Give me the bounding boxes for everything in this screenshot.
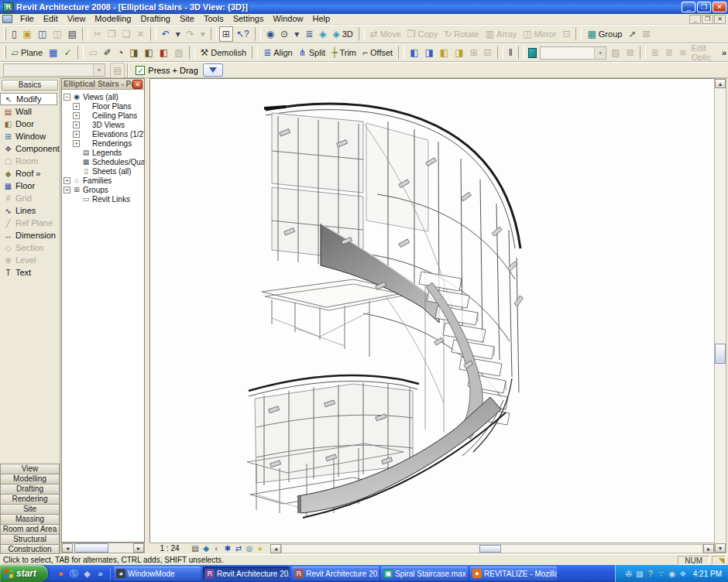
spelling-icon[interactable]: ✓ — [60, 45, 74, 60]
detail-level-icon[interactable]: ▤ — [190, 544, 201, 553]
print-icon[interactable]: ▤ — [65, 26, 80, 42]
join-geometry-icon[interactable]: ◧ — [407, 45, 421, 60]
model-graphics-icon[interactable]: ◆ — [201, 544, 211, 553]
properties-button[interactable]: ▤ — [110, 63, 125, 78]
reveal-hidden-icon[interactable]: ● — [255, 544, 266, 553]
copy-tool-button[interactable]: ❐ Copy — [404, 26, 441, 42]
drawing-area[interactable] — [149, 78, 714, 543]
tree-expander-icon[interactable]: + — [73, 140, 80, 147]
crop-region-icon[interactable]: ✱ — [222, 544, 233, 553]
3d-view-icon[interactable]: ◈ 3D — [330, 26, 356, 42]
save-icon[interactable]: ◫ — [35, 26, 50, 42]
split-face-icon[interactable]: ◨ — [126, 45, 141, 60]
redo-icon[interactable]: ↷ — [184, 26, 197, 42]
list-item[interactable]: ● REVITALIZE - Mozilla ... — [470, 567, 557, 580]
tree-expander-icon[interactable]: + — [73, 131, 80, 138]
sidebar-item-roof[interactable]: ◆ Roof » — [0, 167, 60, 180]
align-button[interactable]: ≣ Align — [260, 45, 296, 60]
tree-revit-links[interactable]: ▭ Revit Links — [62, 194, 144, 204]
mdi-restore-button[interactable]: ❐ — [702, 15, 713, 24]
design-bar-tab[interactable]: Room and Area — [0, 524, 60, 534]
tray-key-icon[interactable]: ✇ — [623, 570, 634, 578]
spot-eye-icon[interactable]: ◉ — [263, 26, 277, 42]
beam-joins-icon[interactable]: ◨ — [452, 45, 466, 60]
tree-expander-icon[interactable]: + — [73, 112, 80, 119]
menu-item[interactable]: Help — [308, 14, 335, 24]
paint-jug-icon[interactable]: ◔ — [115, 45, 126, 60]
context-help-icon[interactable]: ↖? — [233, 26, 252, 42]
design-bar-header[interactable]: Basics — [2, 80, 58, 91]
sidebar-item-floor[interactable]: ▦ Floor — [0, 180, 60, 192]
tray-update-icon[interactable]: ∵ — [656, 570, 667, 578]
grid-snap-icon[interactable]: ▦ — [46, 45, 60, 60]
tray-messenger-icon[interactable]: ❖ — [678, 570, 689, 578]
design-bar-tab[interactable]: View — [0, 464, 60, 474]
design-bar-tab[interactable]: Site — [0, 504, 60, 514]
3d-view-staircase[interactable] — [150, 79, 715, 543]
tray-volume-icon[interactable]: ◉ — [667, 570, 678, 578]
list-item[interactable]: ◕ WindowMode — [114, 567, 201, 580]
sidebar-item-level[interactable]: ⊕ Level — [0, 254, 60, 266]
render-region-dropdown[interactable]: ▾ — [540, 46, 606, 60]
canvas-vscrollbar[interactable]: ▴ ▾ — [714, 78, 726, 553]
design-bar-tab[interactable]: Modelling — [0, 474, 60, 484]
view-scale-button[interactable]: 1 : 24 — [149, 544, 190, 553]
tree-expander-icon[interactable] — [73, 196, 80, 203]
rotate-button[interactable]: ↻ Rotate — [441, 26, 482, 42]
minimize-button[interactable]: _ — [682, 2, 695, 12]
sidebar-item-ref-plane[interactable]: ╱ Ref Plane — [0, 217, 60, 229]
paint-bucket-icon[interactable]: ◧ — [156, 45, 171, 60]
open-folder-icon[interactable]: ▣ — [20, 26, 35, 42]
crop-visibility-icon[interactable]: ⇄ — [233, 544, 244, 553]
tree-elevations[interactable]: + Elevations (1/2" Sq — [62, 129, 144, 139]
split-button[interactable]: ⋔ Split — [296, 45, 328, 60]
cope-icon[interactable]: ◧ — [142, 45, 156, 60]
zoom-icon[interactable]: ⊙ — [277, 26, 291, 42]
scroll-thumb[interactable] — [479, 545, 501, 553]
render-image-icon[interactable]: ▨ — [608, 45, 623, 60]
move-button[interactable]: ⇄ Move — [367, 26, 404, 42]
quick-launch-chevron[interactable]: » — [94, 569, 106, 578]
dropdown-arrow-icon[interactable]: ▾ — [594, 47, 606, 59]
scroll-left-icon[interactable]: ◂ — [270, 544, 281, 553]
project-browser-hscrollbar[interactable]: ◂ ▸ — [61, 543, 145, 553]
tray-display-icon[interactable]: ▨ — [634, 570, 645, 578]
toolbar-grip[interactable] — [4, 28, 6, 40]
save-all-icon[interactable]: ◫ — [50, 26, 64, 42]
list-item[interactable]: R Revit Architecture 20... — [203, 567, 290, 580]
canvas-hscrollbar[interactable]: ◂ ▸ — [270, 544, 714, 553]
filter-button[interactable] — [203, 63, 223, 77]
lock-quick-icon[interactable]: ◆ — [81, 569, 93, 579]
menu-item[interactable]: Edit — [39, 14, 63, 24]
design-bar-tab[interactable]: Drafting — [0, 484, 60, 494]
design-bar-tab[interactable]: Construction — [0, 544, 60, 554]
menu-item[interactable]: Site — [175, 14, 199, 24]
tree-expander-icon[interactable] — [73, 149, 80, 156]
firefox-quick-icon[interactable]: ● — [55, 569, 67, 578]
edit-cut-icon[interactable]: ⊟ — [481, 45, 495, 60]
menu-item[interactable]: Window — [268, 14, 307, 24]
tree-legends[interactable]: ▤ Legends — [62, 148, 144, 157]
design-bar-tab[interactable]: Massing — [0, 514, 60, 524]
scroll-left-icon[interactable]: ◂ — [62, 543, 73, 553]
tree-renderings[interactable]: + Renderings — [62, 139, 144, 148]
tree-floor-plans[interactable]: + Floor Plans — [62, 101, 144, 111]
sidebar-item-text[interactable]: T Text — [0, 266, 60, 279]
tray-help-icon[interactable]: ? — [645, 570, 656, 578]
sidebar-item-room[interactable]: ▢ Room — [0, 155, 60, 167]
join-roof-icon[interactable]: ◧ — [437, 45, 452, 60]
redo-dropdown-icon[interactable]: ▾ — [197, 26, 208, 42]
menu-item[interactable]: Modelling — [90, 14, 136, 24]
tree-expander-icon[interactable]: + — [73, 103, 80, 110]
sidebar-item-grid[interactable]: # Grid — [0, 192, 60, 204]
sidebar-item-window[interactable]: ⊞ Window — [0, 130, 60, 142]
tree-expander-icon[interactable] — [73, 168, 80, 175]
scroll-up-icon[interactable]: ▴ — [715, 79, 726, 88]
tree-sheets[interactable]: ▯ Sheets (all) — [62, 166, 144, 176]
project-browser-close-icon[interactable]: ✕ — [132, 80, 143, 89]
scroll-right-icon[interactable]: ▸ — [133, 543, 144, 553]
cut-icon[interactable]: ✂ — [91, 26, 105, 42]
sidebar-item-section[interactable]: ◇ Section — [0, 241, 60, 254]
pin-icon[interactable]: ➚ — [625, 26, 639, 42]
tree-expander-icon[interactable]: − — [64, 94, 70, 101]
